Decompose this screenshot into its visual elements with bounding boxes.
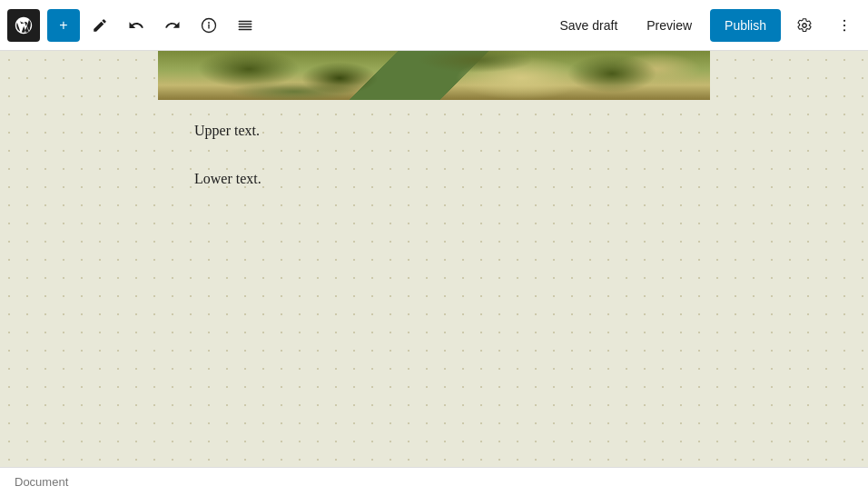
main-toolbar: + — [0, 0, 868, 51]
svg-point-10 — [843, 29, 845, 31]
info-button[interactable] — [192, 9, 225, 42]
preview-button[interactable]: Preview — [636, 13, 703, 38]
editor-area: Upper text. Lower text. — [0, 51, 868, 467]
redo-icon — [164, 17, 181, 34]
more-vertical-icon — [836, 17, 853, 34]
pen-icon — [92, 17, 108, 34]
featured-image-block — [158, 51, 710, 100]
text-content-area: Upper text. Lower text. — [158, 100, 710, 233]
svg-point-8 — [843, 19, 845, 21]
lower-text-paragraph[interactable]: Lower text. — [194, 166, 674, 193]
document-status-label: Document — [15, 475, 68, 489]
image-simulation — [158, 51, 710, 100]
svg-point-9 — [843, 24, 845, 25]
toolbar-right-group: Save draft Preview Publish — [548, 9, 861, 42]
wordpress-icon — [14, 15, 34, 35]
toolbar-left-group: + — [7, 9, 545, 42]
gear-icon — [796, 17, 813, 34]
undo-icon — [128, 17, 144, 34]
redo-button[interactable] — [156, 9, 189, 42]
status-bar: Document — [0, 467, 868, 496]
upper-text-paragraph[interactable]: Upper text. — [194, 118, 674, 144]
add-block-button[interactable]: + — [47, 9, 80, 42]
more-options-button[interactable] — [828, 9, 861, 42]
wp-logo — [7, 9, 40, 42]
edit-tool-button[interactable] — [84, 9, 116, 42]
save-draft-button[interactable]: Save draft — [548, 13, 628, 38]
block-list-button[interactable] — [229, 9, 261, 42]
list-icon — [237, 17, 253, 34]
svg-point-7 — [803, 23, 807, 27]
publish-button[interactable]: Publish — [710, 9, 781, 42]
settings-button[interactable] — [788, 9, 821, 42]
info-icon — [201, 17, 217, 34]
undo-button[interactable] — [120, 9, 153, 42]
editor-content: Upper text. Lower text. — [80, 51, 788, 449]
